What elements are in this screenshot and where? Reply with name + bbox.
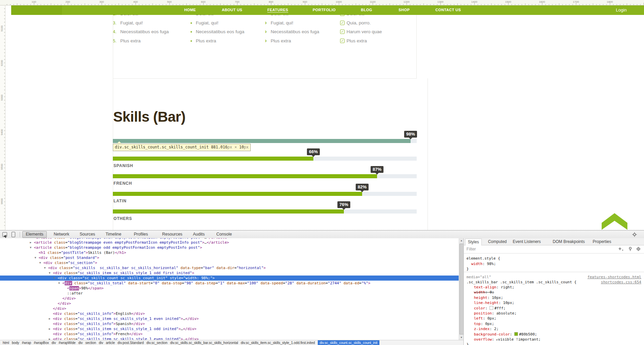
dom-tree-row[interactable]: ▼<div class="sc_skills sc_skills_bar sc_… xyxy=(0,265,459,270)
tree-collapse-arrow[interactable]: ▶ xyxy=(30,240,32,245)
css-property[interactable]: background-color: #80b500; xyxy=(474,332,537,337)
ruler-tick xyxy=(261,4,261,5)
styles-filter-input[interactable]: Filter xyxy=(466,247,476,251)
dom-tree-row[interactable]: </div> xyxy=(0,296,459,301)
dom-tree-row[interactable]: ▼<div class="post Standard"> xyxy=(0,255,459,260)
color-format-icon[interactable] xyxy=(636,247,641,251)
css-property[interactable]: position: absolute; xyxy=(474,311,517,316)
breadcrumb-item[interactable]: div.sc_skills.sc_skills_bar.sc_skills_ho… xyxy=(170,341,238,345)
css-property[interactable]: z-index: 2; xyxy=(474,326,499,332)
devtools-tab-console[interactable]: Console xyxy=(213,231,235,238)
inspect-element-icon[interactable] xyxy=(2,232,7,237)
dom-tree-row[interactable]: </div> xyxy=(0,301,459,306)
dom-tree-row[interactable]: <div class="sc_skills_info">French</div> xyxy=(0,331,459,337)
back-to-top-button[interactable] xyxy=(602,213,627,230)
dom-tree-row-text: <div class="sc_skills_item sc_skills_sty… xyxy=(53,270,194,276)
css-property[interactable]: line-height: 10px; xyxy=(474,300,514,306)
dom-tree-row[interactable]: ▶<div class="sc_skills_item sc_skills_st… xyxy=(0,316,459,321)
dom-tree-row[interactable]: ▶<div class="sc_skills_item sc_skills_st… xyxy=(0,337,459,340)
rule-media-link[interactable]: features-shortcodes.html xyxy=(587,275,641,280)
breadcrumb-item[interactable]: #wrapWide xyxy=(59,341,76,345)
nav-item-shop[interactable]: SHOP xyxy=(399,8,410,12)
css-property[interactable]: color: #fff; xyxy=(474,306,506,311)
nav-item-about-us[interactable]: ABOUT US xyxy=(222,8,243,12)
login-link[interactable]: Login xyxy=(616,7,627,13)
breadcrumb-item[interactable]: #wrapBox xyxy=(34,341,49,345)
ruler-tick xyxy=(522,4,522,5)
device-mode-icon[interactable] xyxy=(12,232,15,237)
dom-tree-row[interactable]: ▼<article class="blogStreampage odd empt… xyxy=(0,245,459,250)
breadcrumb-item[interactable]: div xyxy=(51,341,56,345)
breadcrumb-item[interactable]: div.sc_skills_count.sc_skills_count_init xyxy=(318,340,379,345)
ruler-tick xyxy=(4,49,5,49)
dom-tree-row[interactable]: <h1 class="postTitle">Skills (Bar)</h1> xyxy=(0,250,459,255)
breadcrumb-item[interactable]: div.sc_skills_item.sc_skills_style_1.odd… xyxy=(241,341,315,345)
sidebar-tab-dom-breakpoints[interactable]: DOM Breakpoints xyxy=(550,239,587,245)
dom-tree-row[interactable]: ▶<div class="sc_skills_item sc_skills_st… xyxy=(0,326,459,331)
tree-expand-arrow[interactable]: ▼ xyxy=(49,270,50,276)
breadcrumb-item[interactable]: #wrap xyxy=(22,341,31,345)
dom-tree-row[interactable]: ▶<article class="blogStreampage even emp… xyxy=(0,240,459,245)
dom-tree-row[interactable]: ::after xyxy=(0,291,459,296)
nav-item-portfolio[interactable]: PORTFOLIO xyxy=(313,8,336,12)
breadcrumb-item[interactable]: article xyxy=(106,341,115,345)
devtools-tab-timeline[interactable]: Timeline xyxy=(102,231,124,238)
css-property[interactable]: width: 0; xyxy=(474,290,494,295)
element-style-property[interactable]: width: 98%; xyxy=(471,261,496,267)
dom-tree-row[interactable]: <div class="sc_skills_info">English</div… xyxy=(0,311,459,316)
devtools-tab-profiles[interactable]: Profiles xyxy=(131,231,151,238)
tree-collapse-arrow[interactable]: ▶ xyxy=(49,326,50,331)
scrollbar-down-arrow[interactable]: ▼ xyxy=(459,335,464,340)
sidebar-tab-event-listeners[interactable]: Event Listeners xyxy=(511,239,543,245)
devtools-tab-audits[interactable]: Audits xyxy=(190,231,208,238)
dom-tree-row[interactable]: <span>98%</span> xyxy=(0,286,459,291)
toggle-element-state-icon[interactable] xyxy=(628,247,632,251)
devtools-tab-network[interactable]: Network xyxy=(51,231,72,238)
breadcrumb-item[interactable]: body xyxy=(12,341,19,345)
nav-item-contact-us[interactable]: CONTACT US xyxy=(435,8,461,12)
tree-expand-arrow[interactable]: ▼ xyxy=(54,276,55,281)
tree-collapse-arrow[interactable]: ▶ xyxy=(49,337,50,340)
color-swatch[interactable] xyxy=(490,306,493,310)
color-swatch[interactable] xyxy=(514,332,518,336)
nav-item-blog[interactable]: BLOG xyxy=(361,8,372,12)
css-property[interactable]: text-align: right; xyxy=(474,285,514,290)
dom-tree-pane[interactable]: ▶<article class="blogStreampage even emp… xyxy=(0,238,459,340)
css-property[interactable]: top: 0px; xyxy=(474,321,494,327)
dom-tree-row[interactable]: ▼<div class="sc_skills_total" data-start… xyxy=(0,281,459,286)
sidebar-tab-computed[interactable]: Computed xyxy=(485,239,509,245)
css-property[interactable]: overflow: ▶visible !important; xyxy=(474,337,541,343)
breadcrumb-item[interactable]: html xyxy=(3,341,9,345)
breadcrumb-item[interactable]: div xyxy=(99,341,103,345)
dom-tree-row[interactable]: ▼<div class="sc_skills_count sc_skills_c… xyxy=(0,276,459,281)
scrollbar-up-arrow[interactable]: ▲ xyxy=(459,238,464,243)
dom-tree-row[interactable]: ▼<div class="sc_skills_item sc_skills_st… xyxy=(0,270,459,276)
tree-expand-arrow[interactable]: ▼ xyxy=(39,260,41,265)
breadcrumb-item[interactable]: section xyxy=(85,341,96,345)
sidebar-tab-styles[interactable]: Styles xyxy=(465,239,482,246)
nav-item-home[interactable]: HOME xyxy=(184,8,196,12)
dom-tree-row[interactable]: ▼<div class="sc_section"> xyxy=(0,260,459,265)
breadcrumb-item[interactable]: div.sc_section xyxy=(146,341,167,345)
nav-item-features[interactable]: FEATURES xyxy=(267,8,288,12)
devtools-tab-resources[interactable]: Resources xyxy=(159,231,186,238)
css-property[interactable]: left: 0px; xyxy=(474,316,496,321)
tree-expand-arrow[interactable]: ▼ xyxy=(58,281,60,286)
breadcrumb-item[interactable]: div xyxy=(78,341,83,345)
settings-gear-icon[interactable] xyxy=(632,232,637,237)
breadcrumb-item[interactable]: div.post.Standard xyxy=(118,341,144,345)
dom-tree-row[interactable]: </div> xyxy=(0,306,459,311)
tree-expand-arrow[interactable]: ▼ xyxy=(30,245,32,250)
dom-pane-scrollbar[interactable]: ▲ ▼ xyxy=(459,238,464,340)
tree-expand-arrow[interactable]: ▼ xyxy=(35,255,36,260)
tree-collapse-arrow[interactable]: ▶ xyxy=(49,316,50,321)
sidebar-tab-properties[interactable]: Properties xyxy=(590,239,614,245)
devtools-tab-elements[interactable]: Elements xyxy=(22,231,47,238)
devtools-tab-sources[interactable]: Sources xyxy=(77,231,98,238)
tree-expand-arrow[interactable]: ▼ xyxy=(44,265,46,270)
ruler-tick xyxy=(4,110,5,110)
rule-source-link[interactable]: shortcodes.css:654 xyxy=(601,280,641,285)
css-property[interactable]: height: 10px; xyxy=(474,295,503,301)
new-style-rule-icon[interactable] xyxy=(618,247,624,251)
dom-tree-row[interactable]: <div class="sc_skills_info">Spanish</div… xyxy=(0,321,459,326)
